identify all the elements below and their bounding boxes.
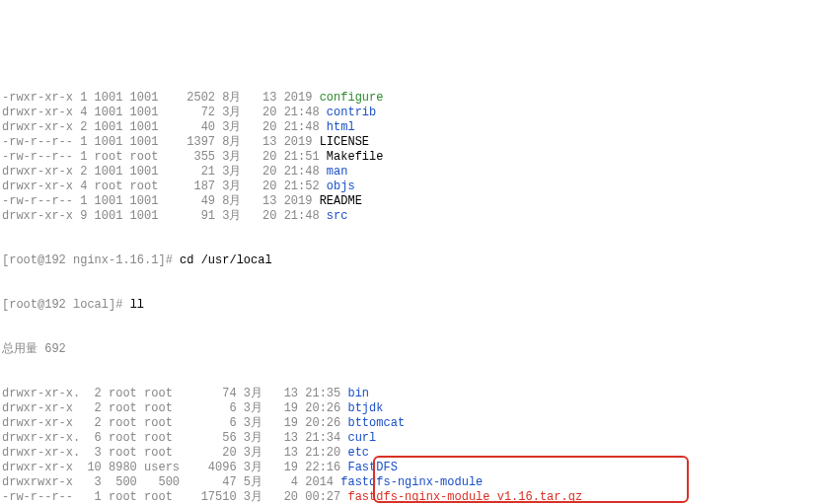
file-name: bttomcat <box>347 416 405 430</box>
file-permissions: drwxr-xr-x 2 1001 1001 40 3月 20 21:48 <box>2 120 327 134</box>
file-name: Makefile <box>327 150 384 164</box>
file-entry: drwxr-xr-x 4 1001 1001 72 3月 20 21:48 co… <box>2 106 819 120</box>
file-permissions: drwxr-xr-x 10 8980 users 4096 3月 19 22:1… <box>2 461 347 474</box>
shell-command: ll <box>130 298 144 312</box>
file-entry: drwxr-xr-x. 2 root root 74 3月 13 21:35 b… <box>2 387 819 401</box>
file-entry: drwxr-xr-x. 3 root root 20 3月 13 21:20 e… <box>2 446 819 461</box>
file-entry: drwxr-xr-x 10 8980 users 4096 3月 19 22:1… <box>2 461 819 475</box>
file-entry: drwxr-xr-x 2 1001 1001 40 3月 20 21:48 ht… <box>2 120 819 135</box>
file-permissions: -rw-r--r-- 1 root root 17510 3月 20 00:27 <box>2 490 347 504</box>
file-permissions: drwxr-xr-x 4 root root 187 3月 20 21:52 <box>2 180 327 193</box>
file-name: etc <box>347 446 369 460</box>
file-name: FastDFS <box>347 461 397 474</box>
file-permissions: drwxr-xr-x 2 root root 6 3月 19 20:26 <box>2 401 347 415</box>
file-permissions: -rw-r--r-- 1 1001 1001 49 8月 13 2019 <box>2 194 320 208</box>
terminal-output[interactable]: -rwxr-xr-x 1 1001 1001 2502 8月 13 2019 c… <box>2 61 819 504</box>
shell-command: cd /usr/local <box>180 253 272 267</box>
total-line: 总用量 692 <box>2 342 819 357</box>
file-permissions: drwxrwxr-x 3 500 500 47 5月 4 2014 <box>2 475 340 489</box>
file-name: src <box>327 209 348 223</box>
file-name: LICENSE <box>320 135 369 149</box>
file-permissions: drwxr-xr-x. 2 root root 74 3月 13 21:35 <box>2 387 347 400</box>
file-permissions: drwxr-xr-x 9 1001 1001 91 3月 20 21:48 <box>2 209 327 223</box>
file-entry: drwxr-xr-x 2 root root 6 3月 19 20:26 btt… <box>2 416 819 431</box>
file-permissions: -rw-r--r-- 1 1001 1001 1397 8月 13 2019 <box>2 135 320 149</box>
file-name: objs <box>327 180 355 193</box>
file-name: fastdfs-nginx-module_v1.16.tar.gz <box>347 490 582 504</box>
file-permissions: -rw-r--r-- 1 root root 355 3月 20 21:51 <box>2 150 327 164</box>
file-entry: drwxrwxr-x 3 500 500 47 5月 4 2014 fastdf… <box>2 475 819 490</box>
file-entry: drwxr-xr-x 9 1001 1001 91 3月 20 21:48 sr… <box>2 209 819 224</box>
file-entry: -rw-r--r-- 1 1001 1001 49 8月 13 2019 REA… <box>2 194 819 209</box>
file-permissions: drwxr-xr-x 4 1001 1001 72 3月 20 21:48 <box>2 106 327 119</box>
file-permissions: drwxr-xr-x. 6 root root 56 3月 13 21:34 <box>2 431 347 445</box>
shell-prompt: [root@192 nginx-1.16.1]# <box>2 253 180 267</box>
file-name: fastdfs-nginx-module <box>340 475 483 489</box>
file-entry: drwxr-xr-x 2 1001 1001 21 3月 20 21:48 ma… <box>2 165 819 180</box>
file-name: html <box>327 120 355 134</box>
file-name: man <box>327 165 348 179</box>
file-name: bin <box>347 387 369 400</box>
file-entry: drwxr-xr-x. 6 root root 56 3月 13 21:34 c… <box>2 431 819 446</box>
file-permissions: -rwxr-xr-x 1 1001 1001 2502 8月 13 2019 <box>2 91 320 105</box>
file-entry: drwxr-xr-x 2 root root 6 3月 19 20:26 btj… <box>2 401 819 416</box>
file-name: README <box>320 194 362 208</box>
file-permissions: drwxr-xr-x. 3 root root 20 3月 13 21:20 <box>2 446 347 460</box>
file-name: configure <box>320 91 384 105</box>
file-entry: drwxr-xr-x 4 root root 187 3月 20 21:52 o… <box>2 180 819 194</box>
shell-prompt: [root@192 local]# <box>2 298 130 312</box>
file-name: btjdk <box>347 401 383 415</box>
file-name: curl <box>347 431 376 445</box>
file-permissions: drwxr-xr-x 2 root root 6 3月 19 20:26 <box>2 416 347 430</box>
file-entry: -rw-r--r-- 1 1001 1001 1397 8月 13 2019 L… <box>2 135 819 150</box>
file-entry: -rw-r--r-- 1 root root 355 3月 20 21:51 M… <box>2 150 819 165</box>
file-permissions: drwxr-xr-x 2 1001 1001 21 3月 20 21:48 <box>2 165 327 179</box>
file-name: contrib <box>327 106 376 119</box>
file-entry: -rw-r--r-- 1 root root 17510 3月 20 00:27… <box>2 490 819 504</box>
file-entry: -rwxr-xr-x 1 1001 1001 2502 8月 13 2019 c… <box>2 91 819 106</box>
